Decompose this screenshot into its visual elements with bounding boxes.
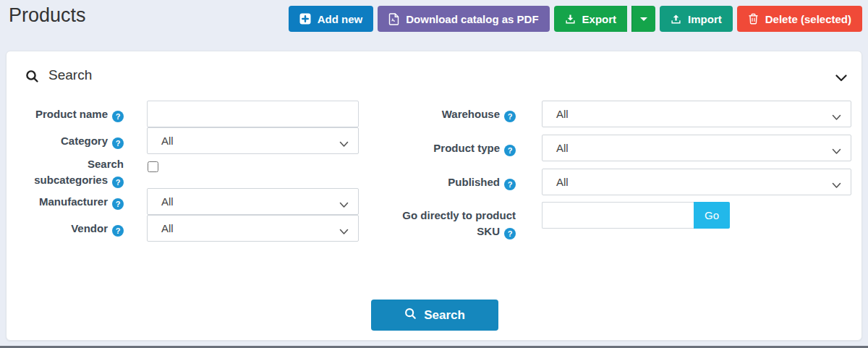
plus-square-icon <box>299 13 311 25</box>
go-to-sku-row: Go directly to product SKU? Go <box>377 202 851 239</box>
search-icon <box>25 69 39 86</box>
import-label: Import <box>688 13 722 25</box>
product-name-label: Product name? <box>15 101 124 122</box>
help-icon[interactable]: ? <box>504 145 516 156</box>
manufacturer-select[interactable]: All <box>147 188 359 215</box>
add-new-button[interactable]: Add new <box>289 6 374 32</box>
help-icon[interactable]: ? <box>504 179 516 190</box>
manufacturer-row: Manufacturer? All <box>15 188 359 215</box>
product-name-row: Product name? <box>15 101 359 127</box>
chevron-down-icon <box>339 198 349 211</box>
vendor-select[interactable]: All <box>147 215 359 242</box>
help-icon[interactable]: ? <box>112 198 124 210</box>
search-panel-title: Search <box>48 67 92 83</box>
chevron-down-icon <box>832 145 841 158</box>
product-type-row: Product type? All <box>377 135 851 161</box>
warehouse-label: Warehouse? <box>377 101 516 122</box>
search-icon <box>404 307 417 323</box>
warehouse-select[interactable]: All <box>542 101 851 127</box>
download-pdf-button[interactable]: Download catalog as PDF <box>378 6 549 32</box>
search-panel: Search Product name? Category? <box>6 51 862 341</box>
caret-down-icon <box>640 17 647 21</box>
search-subcategories-label: Search subcategories? <box>15 154 124 188</box>
warehouse-row: Warehouse? All <box>377 101 851 127</box>
download-icon <box>565 14 576 25</box>
help-icon[interactable]: ? <box>504 111 516 122</box>
export-button[interactable]: Export <box>554 6 628 32</box>
category-label: Category? <box>15 127 124 149</box>
help-icon[interactable]: ? <box>112 111 124 122</box>
toolbar: Add new Download catalog as PDF Export I… <box>289 6 862 32</box>
search-subcategories-row: Search subcategories? <box>15 154 359 188</box>
sku-input[interactable] <box>542 202 694 229</box>
search-panel-header: Search <box>7 51 861 98</box>
chevron-down-icon <box>832 111 841 124</box>
category-select[interactable]: All <box>147 127 359 154</box>
vendor-row: Vendor? All <box>15 215 359 242</box>
go-to-sku-label: Go directly to product SKU? <box>377 202 516 239</box>
vendor-label: Vendor? <box>15 215 124 237</box>
manufacturer-label: Manufacturer? <box>15 188 124 210</box>
search-button-label: Search <box>424 308 465 323</box>
search-form-left-column: Product name? Category? All <box>15 101 359 242</box>
delete-selected-button[interactable]: Delete (selected) <box>737 6 862 32</box>
search-form-right-column: Warehouse? All Product type? <box>377 101 851 239</box>
export-label: Export <box>582 13 617 25</box>
import-button[interactable]: Import <box>660 6 733 32</box>
chevron-down-icon <box>339 225 349 238</box>
published-label: Published? <box>377 169 516 190</box>
category-row: Category? All <box>15 127 359 154</box>
published-select[interactable]: All <box>542 169 851 195</box>
trash-icon <box>748 13 759 25</box>
chevron-down-icon <box>832 179 841 192</box>
delete-selected-label: Delete (selected) <box>765 13 851 25</box>
help-icon[interactable]: ? <box>112 225 124 237</box>
chevron-down-icon[interactable] <box>834 70 848 86</box>
help-icon[interactable]: ? <box>504 228 516 239</box>
help-icon[interactable]: ? <box>112 177 124 188</box>
download-pdf-label: Download catalog as PDF <box>406 13 538 25</box>
upload-icon <box>671 14 681 25</box>
product-type-select[interactable]: All <box>542 135 851 161</box>
product-type-label: Product type? <box>377 135 516 156</box>
published-row: Published? All <box>377 169 851 195</box>
search-button[interactable]: Search <box>371 300 498 331</box>
go-button[interactable]: Go <box>694 202 730 229</box>
help-icon[interactable]: ? <box>112 137 124 149</box>
page-title: Products <box>9 4 86 27</box>
chevron-down-icon <box>339 137 349 150</box>
pdf-file-icon <box>388 13 399 25</box>
product-name-input[interactable] <box>147 101 359 127</box>
add-new-label: Add new <box>318 13 363 25</box>
export-dropdown-toggle[interactable] <box>631 6 655 32</box>
search-subcategories-checkbox[interactable] <box>148 161 158 172</box>
products-admin-page: Products Add new Download catalog as PDF… <box>0 0 868 348</box>
